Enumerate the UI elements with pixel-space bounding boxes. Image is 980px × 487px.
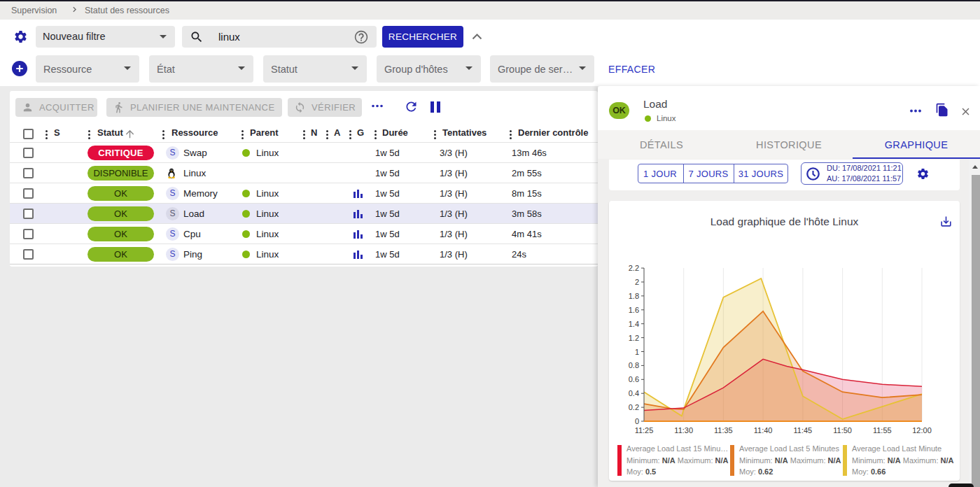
svg-text:1.6: 1.6 (629, 306, 639, 314)
svg-text:1.2: 1.2 (629, 334, 639, 342)
svg-text:11:35: 11:35 (714, 426, 733, 435)
svg-text:11:40: 11:40 (754, 426, 773, 435)
svg-text:12:00: 12:00 (912, 426, 932, 435)
svg-text:2.2: 2.2 (629, 264, 639, 272)
svg-text:11:50: 11:50 (833, 426, 852, 435)
svg-text:0.2: 0.2 (629, 403, 639, 411)
svg-text:11:30: 11:30 (674, 426, 693, 435)
svg-text:11:45: 11:45 (794, 426, 813, 435)
svg-text:0.6: 0.6 (629, 375, 639, 383)
svg-text:11:55: 11:55 (873, 426, 892, 435)
svg-text:1.8: 1.8 (629, 292, 639, 300)
svg-text:0.8: 0.8 (629, 361, 639, 369)
svg-text:0: 0 (635, 417, 639, 425)
svg-text:11:25: 11:25 (635, 426, 654, 435)
svg-text:1: 1 (635, 348, 639, 356)
svg-text:0.4: 0.4 (629, 389, 639, 397)
svg-text:2: 2 (635, 278, 639, 286)
svg-text:1.4: 1.4 (629, 320, 639, 328)
